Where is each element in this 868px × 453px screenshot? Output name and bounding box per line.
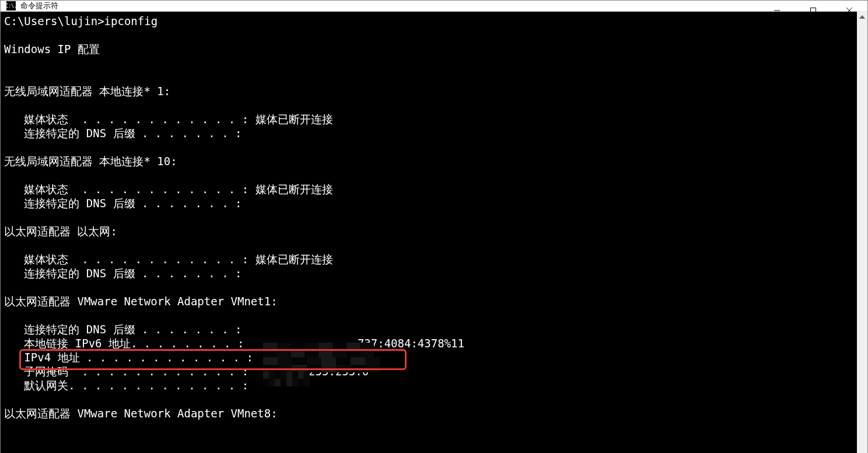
- section-title: 以太网适配器 以太网:: [4, 225, 117, 238]
- output-line: 连接特定的 DNS 后缀 . . . . . . . :: [4, 127, 242, 140]
- section-title: 以太网适配器 VMware Network Adapter VMnet8:: [4, 407, 278, 420]
- output-line: 媒体状态 . . . . . . . . . . . . : 媒体已断开连接: [4, 113, 333, 126]
- section-title: 以太网适配器 VMware Network Adapter VMnet1:: [4, 295, 278, 308]
- section-title: 无线局域网适配器 本地连接* 10:: [4, 155, 177, 168]
- censored-region: [263, 371, 310, 386]
- output-line: 连接特定的 DNS 后缀 . . . . . . . :: [4, 197, 242, 210]
- section-title: 无线局域网适配器 本地连接* 1:: [4, 85, 170, 97]
- output-line: IPv4 地址 . . . . . . . . . . . . :: [4, 351, 253, 364]
- ip-header: Windows IP 配置: [4, 43, 100, 55]
- titlebar[interactable]: C:\. 命令提示符: [1, 1, 867, 12]
- terminal-output[interactable]: C:\Users\lujin>ipconfig Windows IP 配置 无线…: [1, 12, 857, 453]
- censored-region: [263, 357, 380, 372]
- window-title: 命令提示符: [20, 1, 58, 11]
- prompt-line: C:\Users\lujin>ipconfig: [4, 15, 158, 27]
- output-line: 媒体状态 . . . . . . . . . . . . : 媒体已断开连接: [4, 253, 333, 266]
- terminal-area: C:\Users\lujin>ipconfig Windows IP 配置 无线…: [1, 12, 867, 453]
- output-line: 连接特定的 DNS 后缀 . . . . . . . :: [4, 267, 242, 280]
- cmd-icon: C:\.: [6, 1, 16, 11]
- window-frame: C:\. 命令提示符 C:\Users\lujin>ipconfig Windo…: [0, 0, 868, 453]
- output-line: 默认网关. . . . . . . . . . . . . :: [4, 379, 249, 392]
- censored-region: [263, 343, 374, 359]
- scroll-up-icon[interactable]: [858, 13, 866, 21]
- vertical-scrollbar[interactable]: [857, 12, 867, 453]
- output-line: 本地链接 IPv6 地址. . . . . . . . : 737:4084:4…: [4, 337, 464, 350]
- output-line: 媒体状态 . . . . . . . . . . . . : 媒体已断开连接: [4, 183, 333, 196]
- output-line: 连接特定的 DNS 后缀 . . . . . . . :: [4, 323, 242, 336]
